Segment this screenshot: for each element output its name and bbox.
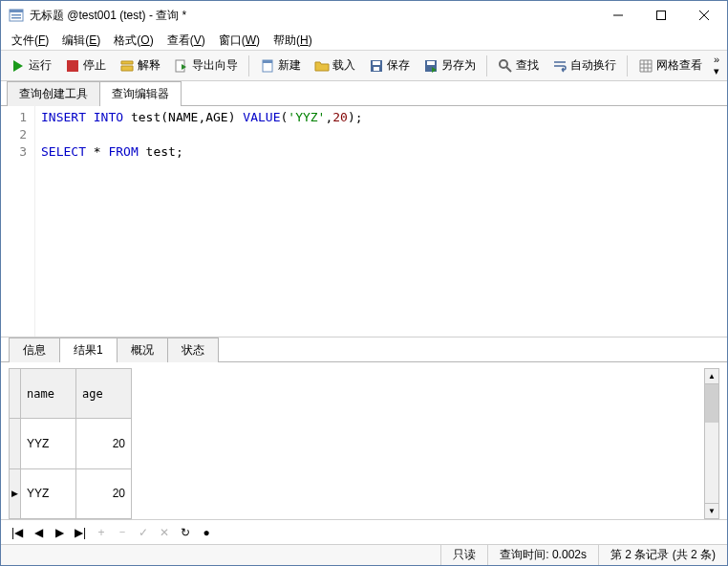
code-area[interactable]: INSERT INTO test(NAME,AGE) VALUE('YYZ',2… <box>35 106 727 337</box>
nav-stop-button[interactable]: ● <box>200 526 213 539</box>
separator <box>248 55 249 76</box>
open-icon <box>314 58 330 74</box>
nav-add-button[interactable]: + <box>95 526 108 539</box>
app-icon <box>9 8 24 23</box>
code-editor[interactable]: 123 INSERT INTO test(NAME,AGE) VALUE('YY… <box>1 106 727 337</box>
svg-rect-2 <box>11 14 21 16</box>
menu-view[interactable]: 查看(V) <box>161 30 212 50</box>
export-wizard-button[interactable]: 导出向导 <box>168 54 244 77</box>
col-header-name[interactable]: name <box>21 369 76 419</box>
app-window: 无标题 @test001 (test) - 查询 * 文件(F) 编辑(E) 格… <box>0 0 728 566</box>
menu-file[interactable]: 文件(F) <box>5 30 55 50</box>
row-marker-current: ▶ <box>10 468 21 518</box>
tab-profile[interactable]: 概况 <box>117 337 168 362</box>
svg-line-19 <box>506 67 511 72</box>
nav-refresh-button[interactable]: ↻ <box>179 526 192 539</box>
nav-first-button[interactable]: |◀ <box>11 526 24 539</box>
cell-name[interactable]: YYZ <box>21 468 76 518</box>
svg-rect-17 <box>427 61 435 65</box>
maximize-button[interactable] <box>639 2 682 29</box>
header-row: name age <box>10 369 132 419</box>
scroll-down-icon[interactable]: ▼ <box>705 503 718 518</box>
svg-rect-5 <box>656 11 665 20</box>
line-gutter: 123 <box>1 106 35 337</box>
statusbar: 只读 查询时间: 0.002s 第 2 条记录 (共 2 条) <box>1 544 727 565</box>
svg-rect-12 <box>263 60 272 63</box>
minimize-button[interactable] <box>596 2 639 29</box>
wrap-button[interactable]: 自动换行 <box>546 54 622 77</box>
stop-button[interactable]: 停止 <box>59 54 112 77</box>
table-row[interactable]: ▶ YYZ 20 <box>10 468 132 518</box>
svg-rect-15 <box>374 67 379 71</box>
separator <box>486 55 487 76</box>
nav-next-button[interactable]: ▶ <box>53 526 66 539</box>
svg-rect-9 <box>67 60 78 72</box>
separator <box>627 55 628 76</box>
window-controls <box>596 2 725 29</box>
result-panel: name age YYZ 20 ▶ YYZ 20 ▲ ▼ <box>1 362 727 544</box>
svg-rect-3 <box>11 17 21 19</box>
toolbar-overflow[interactable]: »▾ <box>710 54 723 77</box>
export-icon <box>174 58 189 74</box>
menu-window[interactable]: 窗口(W) <box>212 30 267 50</box>
lower-tabs: 信息 结果1 概况 状态 <box>1 337 727 362</box>
scroll-up-icon[interactable]: ▲ <box>705 369 718 384</box>
menu-edit[interactable]: 编辑(E) <box>55 30 107 50</box>
new-icon <box>260 58 275 74</box>
status-record-count: 第 2 条记录 (共 2 条) <box>598 545 727 565</box>
search-icon <box>498 58 513 74</box>
cell-age[interactable]: 20 <box>76 419 132 468</box>
tab-query-editor[interactable]: 查询编辑器 <box>99 81 182 106</box>
close-button[interactable] <box>682 2 725 29</box>
table-row[interactable]: YYZ 20 <box>10 419 132 468</box>
menubar: 文件(F) 编辑(E) 格式(O) 查看(V) 窗口(W) 帮助(H) <box>1 30 727 51</box>
titlebar: 无标题 @test001 (test) - 查询 * <box>1 1 727 30</box>
find-button[interactable]: 查找 <box>492 54 545 77</box>
explain-button[interactable]: 解释 <box>114 54 166 77</box>
row-marker-header <box>10 369 21 419</box>
saveas-icon <box>423 58 439 74</box>
tab-result1[interactable]: 结果1 <box>59 337 118 362</box>
result-grid[interactable]: name age YYZ 20 ▶ YYZ 20 <box>9 368 132 519</box>
window-title: 无标题 @test001 (test) - 查询 * <box>30 8 596 24</box>
saveas-button[interactable]: 另存为 <box>418 54 482 77</box>
col-header-age[interactable]: age <box>76 369 132 419</box>
cell-age[interactable]: 20 <box>76 468 132 518</box>
menu-help[interactable]: 帮助(H) <box>267 30 319 50</box>
row-marker <box>10 419 21 468</box>
nav-delete-button[interactable]: － <box>116 524 129 540</box>
upper-tabs: 查询创建工具 查询编辑器 <box>1 81 727 106</box>
gridview-button[interactable]: 网格查看 <box>632 54 708 77</box>
record-navigator: |◀ ◀ ▶ ▶| + － ✓ ✕ ↻ ● <box>1 519 727 544</box>
toolbar: 运行 停止 解释 导出向导 新建 载入 保存 另存为 查找 自动换行 网格查看 … <box>1 51 727 81</box>
nav-last-button[interactable]: ▶| <box>74 526 87 539</box>
new-button[interactable]: 新建 <box>254 54 307 77</box>
cell-name[interactable]: YYZ <box>21 419 76 468</box>
save-button[interactable]: 保存 <box>363 54 416 77</box>
explain-icon <box>119 58 135 74</box>
load-button[interactable]: 载入 <box>309 54 361 77</box>
tab-status[interactable]: 状态 <box>167 337 219 362</box>
save-icon <box>369 58 384 74</box>
tab-query-builder[interactable]: 查询创建工具 <box>7 81 100 106</box>
menu-format[interactable]: 格式(O) <box>107 30 160 50</box>
status-query-time: 查询时间: 0.002s <box>487 545 598 565</box>
tab-info[interactable]: 信息 <box>9 337 60 362</box>
svg-marker-8 <box>13 60 23 72</box>
scroll-thumb[interactable] <box>705 384 718 423</box>
wrap-icon <box>552 58 567 74</box>
nav-prev-button[interactable]: ◀ <box>32 526 45 539</box>
stop-icon <box>65 58 80 74</box>
svg-point-18 <box>500 60 507 68</box>
svg-rect-14 <box>373 61 380 65</box>
grid-icon <box>638 58 653 74</box>
play-icon <box>11 58 26 74</box>
run-button[interactable]: 运行 <box>5 54 57 77</box>
nav-apply-button[interactable]: ✓ <box>137 526 150 539</box>
nav-cancel-button[interactable]: ✕ <box>158 526 171 539</box>
status-readonly: 只读 <box>440 545 487 565</box>
vertical-scrollbar[interactable]: ▲ ▼ <box>704 368 719 519</box>
scroll-track[interactable] <box>705 423 718 503</box>
svg-rect-1 <box>10 10 23 12</box>
